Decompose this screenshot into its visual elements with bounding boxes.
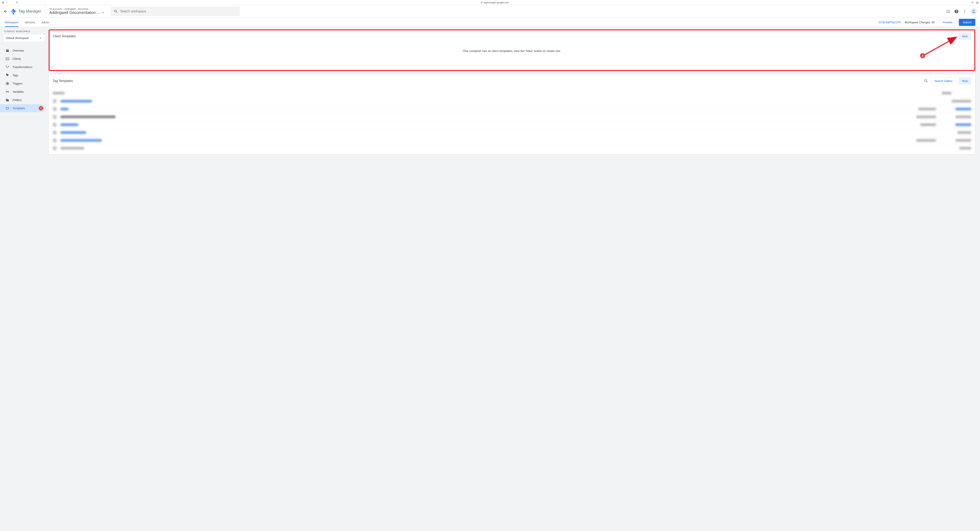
svg-point-4 bbox=[947, 11, 947, 12]
search-icon bbox=[114, 9, 118, 14]
submit-button[interactable]: Submit bbox=[959, 19, 975, 26]
browser-url[interactable]: 🔗 tagmanager.google.com bbox=[480, 1, 509, 4]
apps-icon[interactable] bbox=[946, 9, 951, 14]
table-row[interactable] bbox=[49, 144, 975, 152]
table-row[interactable] bbox=[49, 97, 975, 105]
transformations-icon bbox=[5, 65, 10, 69]
workspace-selector[interactable]: Default Workspace bbox=[3, 34, 45, 42]
svg-point-11 bbox=[964, 11, 965, 12]
preview-button[interactable]: Preview bbox=[939, 19, 957, 26]
svg-rect-21 bbox=[8, 91, 9, 92]
tab-admin-label: Admin bbox=[41, 21, 49, 24]
triggers-icon bbox=[5, 81, 10, 86]
svg-point-3 bbox=[949, 10, 950, 10]
svg-point-10 bbox=[964, 10, 965, 10]
main-content: Client Templates New This container has … bbox=[47, 27, 980, 531]
svg-point-1 bbox=[947, 10, 947, 10]
account-avatar[interactable] bbox=[970, 8, 977, 14]
tab-admin[interactable]: Admin bbox=[41, 18, 49, 27]
panel-title: Client Templates bbox=[53, 35, 76, 38]
sidebar-item-triggers[interactable]: Triggers bbox=[0, 80, 45, 88]
sidebar-item-label: Clients bbox=[13, 57, 21, 61]
gtm-logo-icon bbox=[10, 8, 16, 14]
main-tabs: Workspace Versions Admin bbox=[5, 18, 49, 27]
sidebar-item-transformations[interactable]: Transformations bbox=[0, 63, 45, 71]
product-name: Tag Manager bbox=[18, 9, 41, 14]
caret-down-icon: ▼ bbox=[102, 11, 104, 14]
search-input[interactable] bbox=[120, 10, 237, 13]
container-selector[interactable]: All accounts › Addingwell - document… Ad… bbox=[46, 8, 108, 15]
app-header: Tag Manager All accounts › Addingwell - … bbox=[0, 5, 980, 18]
svg-point-9 bbox=[949, 12, 950, 13]
templates-icon bbox=[5, 106, 10, 110]
svg-point-12 bbox=[964, 12, 965, 13]
back-button[interactable] bbox=[3, 9, 8, 14]
sidebar-nav: Overview Clients Transformations Tags Tr… bbox=[3, 47, 45, 112]
new-client-template-button[interactable]: New bbox=[959, 33, 971, 40]
tab-versions[interactable]: Versions bbox=[25, 18, 35, 27]
tags-icon bbox=[5, 73, 10, 77]
table-row[interactable] bbox=[49, 121, 975, 128]
svg-point-5 bbox=[948, 11, 949, 12]
chevron-right-icon bbox=[38, 36, 42, 40]
sidebar-item-label: Overview bbox=[13, 49, 24, 52]
container-id[interactable]: GTM-KMTW2JTR bbox=[879, 21, 901, 24]
search-box[interactable] bbox=[111, 7, 240, 16]
clients-icon bbox=[5, 57, 10, 61]
container-name: Addingwell Documentation … bbox=[49, 10, 101, 15]
browser-tabs-icon[interactable]: ▥ bbox=[976, 1, 978, 4]
tab-workspace[interactable]: Workspace bbox=[5, 18, 18, 27]
breadcrumb: All accounts › Addingwell - document… bbox=[49, 8, 108, 10]
svg-point-6 bbox=[949, 11, 950, 12]
svg-point-7 bbox=[947, 12, 947, 13]
sidebar-toggle-icon[interactable]: ▥ bbox=[2, 1, 4, 4]
new-tag-template-button[interactable]: New bbox=[959, 77, 971, 85]
annotation-badge-2: 2 bbox=[920, 53, 925, 58]
svg-point-2 bbox=[948, 10, 949, 10]
header-actions bbox=[946, 8, 977, 14]
folders-icon bbox=[5, 98, 10, 102]
search-icon[interactable] bbox=[924, 79, 928, 83]
table-row[interactable] bbox=[49, 136, 975, 144]
breadcrumb-account: Addingwell - document… bbox=[64, 8, 91, 10]
workspace-changes[interactable]: Workspace Changes: 65 bbox=[905, 21, 935, 24]
sidebar: CURRENT WORKSPACE Default Workspace Over… bbox=[0, 27, 47, 531]
panel-title: Tag Templates bbox=[53, 79, 73, 83]
sidebar-item-folders[interactable]: Folders bbox=[0, 96, 45, 104]
sidebar-item-templates[interactable]: Templates 1 bbox=[0, 104, 45, 112]
help-icon[interactable] bbox=[954, 9, 959, 14]
sidebar-item-overview[interactable]: Overview bbox=[0, 47, 45, 54]
sidebar-item-label: Transformations bbox=[13, 65, 32, 69]
sidebar-item-label: Variables bbox=[13, 90, 24, 93]
svg-point-8 bbox=[948, 12, 949, 13]
search-gallery-button[interactable]: Search Gallery bbox=[931, 77, 956, 85]
sidebar-item-label: Folders bbox=[13, 99, 22, 102]
more-vert-icon[interactable] bbox=[963, 9, 967, 14]
sidebar-item-clients[interactable]: Clients bbox=[0, 55, 45, 63]
body: CURRENT WORKSPACE Default Workspace Over… bbox=[0, 27, 980, 531]
svg-rect-20 bbox=[7, 91, 8, 92]
table-row[interactable] bbox=[49, 105, 975, 113]
annotation-badge-1: 1 bbox=[39, 106, 43, 110]
sidebar-item-tags[interactable]: Tags bbox=[0, 72, 45, 79]
svg-point-18 bbox=[7, 83, 8, 85]
browser-url-text: tagmanager.google.com bbox=[484, 1, 509, 4]
sidebar-item-variables[interactable]: Variables bbox=[0, 88, 45, 96]
variables-icon bbox=[5, 90, 10, 94]
browser-forward-icon[interactable]: → bbox=[11, 1, 14, 4]
browser-toolbar: ▥ ← → ⟳ 🔗 tagmanager.google.com ⧉ ▥ bbox=[0, 0, 980, 5]
tag-templates-panel: Tag Templates Search Gallery New bbox=[49, 74, 975, 155]
product-logo-block[interactable]: Tag Manager bbox=[10, 5, 46, 18]
browser-reload-icon[interactable]: ⟳ bbox=[16, 1, 18, 4]
chevron-right-icon: › bbox=[63, 8, 64, 10]
table-row[interactable] bbox=[49, 113, 975, 121]
client-templates-panel: Client Templates New This container has … bbox=[49, 29, 975, 71]
table-row[interactable] bbox=[49, 128, 975, 136]
browser-back-icon[interactable]: ← bbox=[6, 1, 9, 4]
table-row[interactable] bbox=[49, 89, 975, 97]
sidebar-item-label: Templates bbox=[13, 107, 25, 110]
breadcrumb-root: All accounts bbox=[49, 8, 62, 10]
lock-icon: 🔗 bbox=[480, 2, 483, 3]
sidebar-item-label: Triggers bbox=[13, 82, 22, 85]
browser-extension-icon[interactable]: ⧉ bbox=[971, 1, 974, 4]
